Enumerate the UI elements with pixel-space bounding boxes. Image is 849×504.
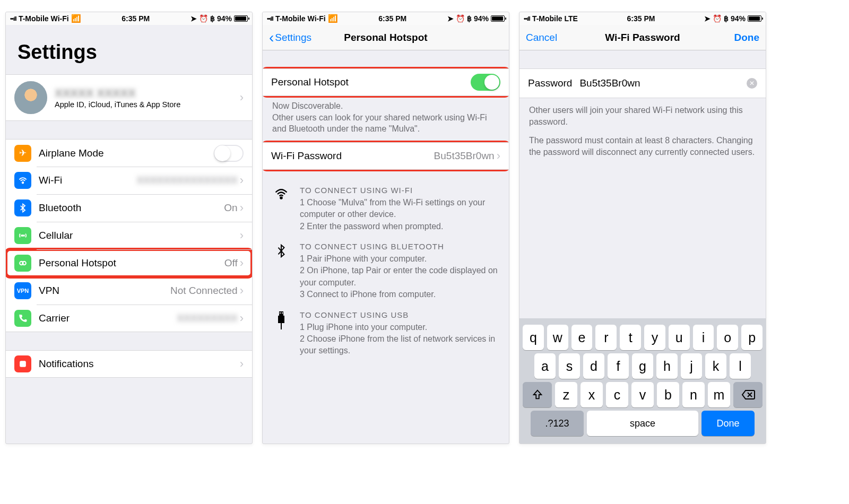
numbers-key[interactable]: .?123 [531,411,584,436]
password-input[interactable] [579,77,747,89]
carrier-label: T-Mobile LTE [532,14,578,23]
keyboard-done-key[interactable]: Done [701,411,755,436]
key-k[interactable]: k [705,353,726,379]
wifi-password-row[interactable]: Wi-Fi Password Bu5t35Br0wn › [263,142,509,170]
key-h[interactable]: h [656,353,678,379]
key-g[interactable]: g [632,353,653,379]
key-s[interactable]: s [559,353,580,379]
password-help-1: Other users will join your shared Wi-Fi … [529,105,756,127]
carrier-label: T-Mobile Wi-Fi [19,14,69,23]
password-screen: ••ıllT-Mobile LTE 6:35 PM ➤⏰฿94% Cancel … [519,12,766,444]
cellular-label: Cellular [39,230,238,241]
chevron-right-icon: › [240,311,244,325]
status-bar: ••ıllT-Mobile LTE 6:35 PM ➤⏰฿94% [519,12,766,25]
wifi-password-label: Wi-Fi Password [271,150,434,162]
location-icon: ➤ [190,14,197,23]
carrier-icon [14,310,31,327]
cancel-button[interactable]: Cancel [526,32,557,44]
key-p[interactable]: p [741,325,763,350]
key-d[interactable]: d [583,353,604,379]
svg-rect-11 [282,312,283,314]
key-u[interactable]: u [669,325,690,350]
space-key[interactable]: space [587,411,698,436]
kb-row-1: qwertyuiop [523,325,763,350]
bt-step-2: 2 On iPhone, tap Pair or enter the code … [300,265,499,289]
delete-key[interactable] [733,382,763,407]
password-label: Password [528,77,572,89]
chevron-right-icon: › [240,357,244,371]
hotspot-label: Personal Hotspot [39,257,224,269]
discoverable-text: Other users can look for your shared net… [272,112,499,135]
key-f[interactable]: f [608,353,629,379]
key-i[interactable]: i [693,325,714,350]
clear-icon[interactable]: ✕ [747,78,757,89]
carrier-label: T-Mobile Wi-Fi [275,14,326,23]
hotspot-toggle[interactable] [471,74,500,91]
chevron-right-icon: › [240,229,244,242]
key-x[interactable]: x [581,382,603,407]
key-r[interactable]: r [595,325,617,350]
hotspot-row[interactable]: Personal Hotspot Off › [6,249,252,277]
kb-row-3: zxcvbnm [523,382,763,407]
svg-point-0 [22,182,24,184]
key-v[interactable]: v [631,382,654,407]
hotspot-value: Off [224,257,238,269]
signal-icon: ••ıll [267,15,273,22]
chevron-right-icon: › [240,284,244,298]
page-title: Settings [6,25,252,74]
bluetooth-value: On [224,202,237,214]
key-t[interactable]: t [620,325,641,350]
hotspot-toggle-row[interactable]: Personal Hotspot [263,68,509,96]
bluetooth-row[interactable]: Bluetooth On › [6,194,252,222]
status-bar: ••ıllT-Mobile Wi-Fi📶 6:35 PM ➤⏰฿94% [6,12,252,25]
vpn-row[interactable]: VPN VPN Not Connected › [6,277,252,305]
usb-connect-header: TO CONNECT USING USB [300,309,499,320]
hotspot-icon [14,255,31,272]
notifications-row[interactable]: Notifications › [6,350,252,378]
key-a[interactable]: a [534,353,556,379]
battery-pct: 94% [217,14,232,23]
kb-row-4: .?123 space Done [523,411,763,436]
key-y[interactable]: y [644,325,665,350]
key-b[interactable]: b [657,382,679,407]
key-m[interactable]: m [708,382,730,407]
location-icon: ➤ [447,14,454,23]
avatar [14,81,47,114]
key-w[interactable]: w [547,325,568,350]
chevron-right-icon: › [240,91,244,105]
discoverable-heading: Now Discoverable. [272,100,499,112]
signal-icon: ••ıll [10,15,16,22]
airplane-label: Airplane Mode [39,147,214,159]
battery-icon [491,15,505,22]
battery-icon [748,15,761,22]
key-q[interactable]: q [523,325,544,350]
signal-icon: ••ıll [524,15,530,22]
profile-row[interactable]: XXXXX XXXXX Apple ID, iCloud, iTunes & A… [6,74,252,121]
bluetooth-label: Bluetooth [39,202,224,214]
carrier-row[interactable]: Carrier XXXXXXXXX › [6,305,252,332]
key-o[interactable]: o [717,325,738,350]
notifications-icon [14,355,31,372]
cellular-icon [14,227,31,244]
wifi-row[interactable]: Wi-Fi XXXXXXXXXXXXXXX › [6,167,252,194]
key-c[interactable]: c [606,382,628,407]
key-n[interactable]: n [682,382,705,407]
back-button[interactable]: ‹Settings [269,29,311,46]
vpn-value: Not Connected [170,285,238,297]
shift-key[interactable] [523,382,552,407]
key-j[interactable]: j [681,353,702,379]
key-e[interactable]: e [571,325,593,350]
airplane-toggle[interactable] [214,145,244,162]
vpn-icon: VPN [14,282,31,299]
nav-bar: ‹Settings Personal Hotspot [263,25,509,50]
chevron-right-icon: › [240,201,244,215]
chevron-right-icon: › [240,173,244,187]
done-button[interactable]: Done [734,32,760,44]
cellular-row[interactable]: Cellular › [6,222,252,249]
airplane-row[interactable]: ✈ Airplane Mode [6,139,252,167]
key-z[interactable]: z [555,382,577,407]
key-l[interactable]: l [730,353,751,379]
hotspot-screen: ••ıllT-Mobile Wi-Fi📶 6:35 PM ➤⏰฿94% ‹Set… [262,12,509,444]
bluetooth-icon: ฿ [210,14,215,23]
password-row[interactable]: Password ✕ [519,68,766,98]
